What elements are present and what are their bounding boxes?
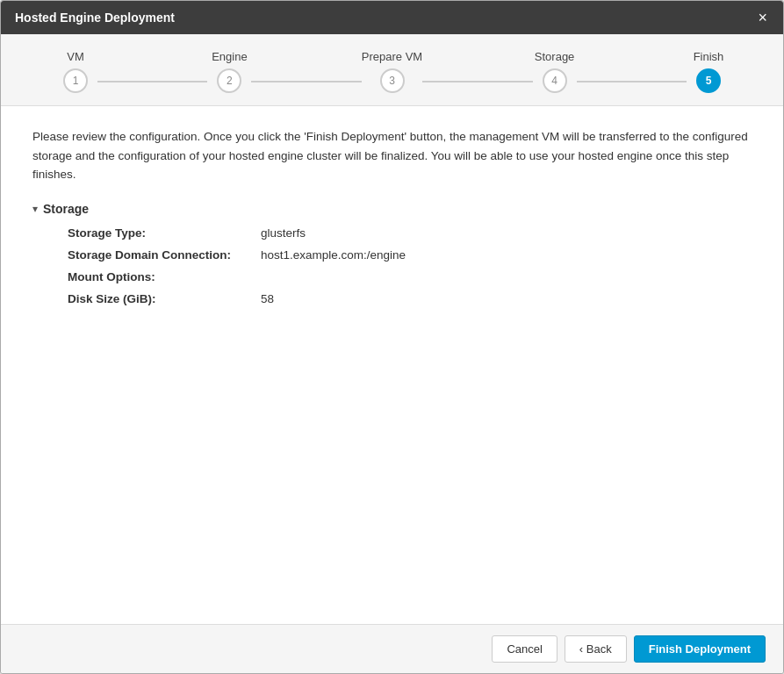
storage-domain-value: host1.example.com:/engine [261, 248, 406, 262]
storage-section-header: ▾ Storage [32, 202, 752, 216]
step-storage-label: Storage [535, 50, 575, 63]
step-vm: VM 1 [54, 50, 97, 93]
step-vm-circle: 1 [63, 68, 88, 93]
dialog-header: Hosted Engine Deployment × [1, 1, 783, 34]
step-storage-circle: 4 [543, 68, 567, 93]
connector-4-5 [577, 81, 687, 82]
config-table: Storage Type: glusterfs Storage Domain C… [32, 226, 752, 305]
wizard-steps: VM 1 Engine 2 Prepare VM 3 Storage 4 [1, 34, 783, 106]
step-finish-circle: 5 [696, 68, 721, 93]
close-button[interactable]: × [756, 10, 769, 25]
step-vm-label: VM [67, 50, 84, 63]
connector-3-4 [422, 81, 532, 82]
mount-options-label: Mount Options: [68, 270, 261, 283]
dialog-title: Hosted Engine Deployment [15, 11, 175, 25]
back-button[interactable]: ‹ Back [565, 635, 627, 663]
step-finish-label: Finish [694, 50, 724, 63]
disk-size-label: Disk Size (GiB): [68, 292, 261, 305]
step-finish: Finish 5 [687, 50, 730, 93]
section-title: Storage [43, 202, 89, 216]
connector-1-2 [97, 81, 207, 82]
config-row-mount-options: Mount Options: [68, 270, 752, 283]
config-row-disk-size: Disk Size (GiB): 58 [68, 292, 752, 305]
config-row-storage-domain: Storage Domain Connection: host1.example… [68, 248, 752, 262]
cancel-button[interactable]: Cancel [492, 635, 557, 663]
disk-size-value: 58 [261, 292, 274, 305]
step-storage: Storage 4 [533, 50, 577, 93]
dialog-footer: Cancel ‹ Back Finish Deployment [1, 624, 783, 673]
step-prepare-vm-circle: 3 [380, 68, 405, 93]
intro-text: Please review the configuration. Once yo… [32, 127, 752, 184]
step-prepare-vm-label: Prepare VM [362, 50, 422, 63]
finish-deployment-button[interactable]: Finish Deployment [634, 635, 766, 663]
hosted-engine-deployment-dialog: Hosted Engine Deployment × VM 1 Engine 2… [0, 0, 784, 674]
chevron-icon: ▾ [32, 203, 38, 215]
storage-domain-label: Storage Domain Connection: [68, 248, 261, 262]
dialog-body: Please review the configuration. Once yo… [1, 106, 783, 624]
config-row-storage-type: Storage Type: glusterfs [68, 226, 752, 240]
connector-2-3 [251, 81, 361, 82]
step-engine-label: Engine [212, 50, 247, 63]
steps-container: VM 1 Engine 2 Prepare VM 3 Storage 4 [54, 50, 730, 93]
step-engine-circle: 2 [217, 68, 241, 93]
step-engine: Engine 2 [207, 50, 251, 93]
storage-type-label: Storage Type: [68, 226, 261, 240]
storage-type-value: glusterfs [261, 226, 306, 240]
step-prepare-vm: Prepare VM 3 [362, 50, 422, 93]
